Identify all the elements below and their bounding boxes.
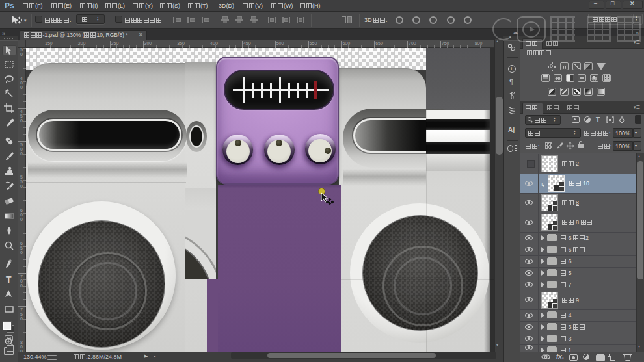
svg-text:T: T: [6, 274, 12, 285]
